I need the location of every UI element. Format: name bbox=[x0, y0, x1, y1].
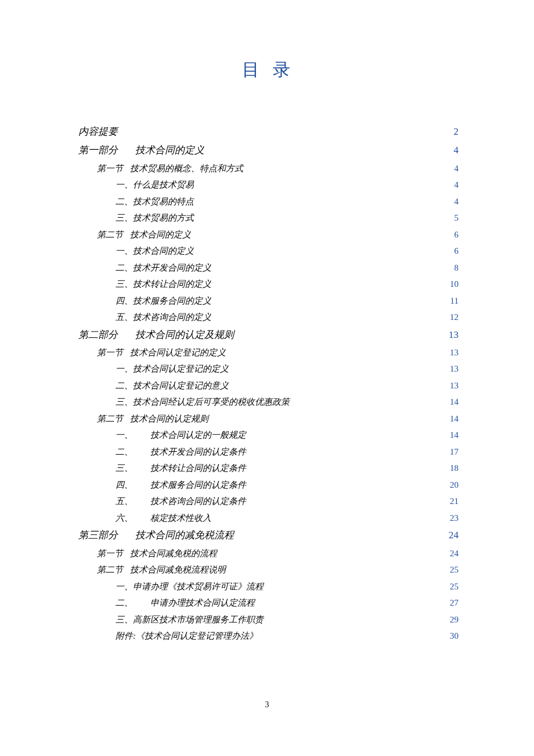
toc-entry[interactable]: 三、技术转让合同的认定条件18 bbox=[78, 460, 459, 477]
toc-entry[interactable]: 二、技术合同认定登记的意义13 bbox=[78, 377, 459, 394]
toc-entry-label: 核定技术性收入 bbox=[150, 510, 211, 527]
toc-entry-prefix: 二、 bbox=[116, 595, 136, 611]
toc-entry-page: 6 bbox=[447, 226, 459, 243]
toc-entry[interactable]: 一、技术合同认定的一般规定14 bbox=[78, 427, 459, 444]
toc-entry[interactable]: 五、技术咨询合同的认定条件21 bbox=[78, 493, 459, 510]
toc-entry[interactable]: 第一节技术合同认定登记的定义13 bbox=[78, 344, 459, 361]
toc-entry-label: 二、技术开发合同的定义 bbox=[116, 260, 211, 276]
toc-entry-prefix: 第二部分 bbox=[78, 326, 118, 344]
toc-entry[interactable]: 二、技术开发合同的认定条件17 bbox=[78, 444, 459, 460]
toc-entry[interactable]: 二、申请办理技术合同认定流程27 bbox=[78, 595, 459, 611]
toc-entry-page: 2 bbox=[443, 123, 459, 141]
toc-entry-page: 12 bbox=[447, 309, 459, 326]
toc-entry[interactable]: 四、技术服务合同的定义11 bbox=[78, 293, 459, 309]
toc-entry[interactable]: 一、技术合同认定登记的定义13 bbox=[78, 361, 459, 377]
toc-entry-label: 一、申请办理《技术贸易许可证》流程 bbox=[116, 578, 264, 595]
toc-entry-prefix: 第一部分 bbox=[78, 141, 118, 160]
toc-entry[interactable]: 一、技术合同的定义6 bbox=[78, 243, 459, 260]
toc-entry-page: 4 bbox=[447, 160, 459, 177]
toc-entry-page: 4 bbox=[447, 177, 459, 193]
toc-entry[interactable]: 六、核定技术性收入23 bbox=[78, 510, 459, 527]
toc-entry-prefix: 第二节 bbox=[97, 411, 123, 427]
toc-entry[interactable]: 第一部分技术合同的定义4 bbox=[78, 141, 459, 160]
toc-entry-page: 13 bbox=[447, 377, 459, 394]
toc-entry-label: 技术转让合同的认定条件 bbox=[150, 460, 246, 477]
toc-entry[interactable]: 第一节技术合同减免税的流程24 bbox=[78, 545, 459, 562]
toc-entry[interactable]: 第二节技术合同减免税流程说明25 bbox=[78, 561, 459, 578]
toc-entry[interactable]: 第二部分技术合同的认定及规则13 bbox=[78, 326, 459, 344]
toc-entry[interactable]: 二、技术贸易的特点4 bbox=[78, 193, 459, 210]
toc-entry-page: 14 bbox=[447, 411, 459, 427]
toc-entry-label: 三、技术贸易的方式 bbox=[116, 210, 194, 226]
toc-entry[interactable]: 四、技术服务合同的认定条件20 bbox=[78, 477, 459, 494]
toc-entry-page: 25 bbox=[447, 561, 459, 578]
toc-entry-label: 技术合同的定义 bbox=[135, 141, 204, 160]
toc-entry-page: 18 bbox=[447, 460, 459, 477]
toc-entry-label: 二、技术贸易的特点 bbox=[116, 193, 194, 210]
toc-entry-label: 三、技术合同经认定后可享受的税收优惠政策 bbox=[116, 394, 290, 411]
toc-entry-label: 一、技术合同认定登记的定义 bbox=[116, 361, 229, 377]
toc-entry-label: 技术合同的减免税流程 bbox=[135, 526, 234, 545]
toc-entry-page: 29 bbox=[447, 611, 459, 628]
toc-entry[interactable]: 内容提要2 bbox=[78, 123, 459, 141]
toc-entry[interactable]: 三、高新区技术市场管理服务工作职责29 bbox=[78, 611, 459, 628]
toc-entry-label: 技术合同的认定规则 bbox=[130, 411, 208, 427]
toc-entry[interactable]: 附件:《技术合同认定登记管理办法》30 bbox=[78, 628, 459, 645]
toc-entry-label: 技术合同认定登记的定义 bbox=[130, 344, 226, 361]
toc-entry[interactable]: 第二节技术合同的认定规则14 bbox=[78, 411, 459, 427]
toc-entry-label: 技术合同的认定及规则 bbox=[135, 326, 234, 344]
toc-entry-page: 10 bbox=[447, 276, 459, 293]
toc-entry[interactable]: 五、技术咨询合同的定义12 bbox=[78, 309, 459, 326]
toc-entry-label: 技术咨询合同的认定条件 bbox=[150, 493, 246, 510]
toc-entry-page: 11 bbox=[447, 293, 459, 309]
toc-entry-label: 三、技术转让合同的定义 bbox=[116, 276, 211, 293]
toc-entry-page: 27 bbox=[447, 595, 459, 611]
toc-entry-label: 技术服务合同的认定条件 bbox=[150, 477, 246, 494]
toc-entry-prefix: 一、 bbox=[116, 427, 136, 444]
toc-entry[interactable]: 三、技术转让合同的定义10 bbox=[78, 276, 459, 293]
toc-entry-page: 4 bbox=[447, 193, 459, 210]
toc-entry-label: 技术合同认定的一般规定 bbox=[150, 427, 246, 444]
toc-entry[interactable]: 一、什么是技术贸易4 bbox=[78, 177, 459, 193]
toc-entry-page: 13 bbox=[447, 361, 459, 377]
toc-entry-prefix: 二、 bbox=[116, 444, 136, 460]
toc-entry-prefix: 第二节 bbox=[97, 226, 123, 243]
toc-entry-page: 30 bbox=[447, 628, 459, 645]
toc-entry-prefix: 第二节 bbox=[97, 561, 123, 578]
toc-entry-page: 24 bbox=[447, 545, 459, 562]
toc-entry-page: 14 bbox=[447, 427, 459, 444]
toc-entry-label: 一、什么是技术贸易 bbox=[116, 177, 194, 193]
toc-entry-page: 20 bbox=[447, 477, 459, 494]
toc-entry[interactable]: 三、技术合同经认定后可享受的税收优惠政策14 bbox=[78, 394, 459, 411]
toc-entry-prefix: 第一节 bbox=[97, 160, 123, 177]
toc-entry-page: 23 bbox=[447, 510, 459, 527]
toc-entry-label: 五、技术咨询合同的定义 bbox=[116, 309, 211, 326]
toc-entry-prefix: 四、 bbox=[116, 477, 136, 494]
page-number: 3 bbox=[0, 700, 534, 710]
toc-entry-page: 21 bbox=[447, 493, 459, 510]
toc-entry-page: 6 bbox=[447, 243, 459, 260]
toc-entry-label: 四、技术服务合同的定义 bbox=[116, 293, 211, 309]
toc-entry-label: 技术开发合同的认定条件 bbox=[150, 444, 246, 460]
toc-entry-page: 5 bbox=[447, 210, 459, 226]
toc-entry-page: 17 bbox=[447, 444, 459, 460]
toc-entry[interactable]: 三、技术贸易的方式5 bbox=[78, 210, 459, 226]
toc-entry[interactable]: 第二节技术合同的定义6 bbox=[78, 226, 459, 243]
toc-entry[interactable]: 第三部分技术合同的减免税流程24 bbox=[78, 526, 459, 545]
toc-entry[interactable]: 一、申请办理《技术贸易许可证》流程25 bbox=[78, 578, 459, 595]
toc-entry-prefix: 三、 bbox=[116, 460, 136, 477]
toc-entry-prefix: 六、 bbox=[116, 510, 136, 527]
toc-entry-label: 技术合同减免税的流程 bbox=[130, 545, 217, 562]
toc-entry-label: 附件:《技术合同认定登记管理办法》 bbox=[116, 628, 258, 645]
toc-entry-prefix: 第三部分 bbox=[78, 526, 118, 545]
toc-entry-label: 三、高新区技术市场管理服务工作职责 bbox=[116, 611, 264, 628]
toc-entry-page: 24 bbox=[443, 526, 459, 545]
toc-entry-label: 一、技术合同的定义 bbox=[116, 243, 194, 260]
toc-entry-prefix: 五、 bbox=[116, 493, 136, 510]
toc-entry-page: 13 bbox=[443, 326, 459, 344]
toc-entry-label: 内容提要 bbox=[78, 123, 118, 141]
toc-entry[interactable]: 第一节技术贸易的概念、特点和方式4 bbox=[78, 160, 459, 177]
toc-entry[interactable]: 二、技术开发合同的定义8 bbox=[78, 260, 459, 276]
toc-entry-label: 技术合同的定义 bbox=[130, 226, 191, 243]
toc-entry-page: 25 bbox=[447, 578, 459, 595]
